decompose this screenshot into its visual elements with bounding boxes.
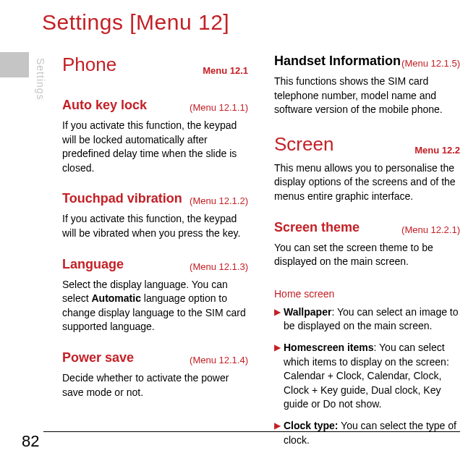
body-text: You can set the screen theme to be displ… bbox=[274, 241, 460, 269]
section-head: Touchpad vibration (Menu 12.1.2) bbox=[62, 191, 248, 206]
section-head: Screen theme (Menu 12.2.1) bbox=[274, 220, 460, 235]
body-text: This functions shows the SIM card teleph… bbox=[274, 75, 460, 117]
bullet-sep: : bbox=[331, 306, 337, 318]
section-head: Power save (Menu 12.1.4) bbox=[62, 350, 248, 365]
body-text: Select the display language. You can sel… bbox=[62, 278, 248, 334]
section-head: Phone Menu 12.1 bbox=[62, 54, 248, 76]
page-title: Settings [Menu 12] bbox=[42, 10, 229, 35]
side-tab: Settings bbox=[35, 54, 46, 104]
bullet-bold: Homescreen items bbox=[284, 342, 374, 353]
section-screen-theme: Screen theme (Menu 12.2.1) You can set t… bbox=[274, 220, 460, 269]
bullet-text: Homescreen items: You can select which i… bbox=[284, 341, 460, 412]
section-handset-information: Handset Information (Menu 12.1.5) This f… bbox=[274, 54, 460, 117]
bullet-text: Wallpaper: You can select an image to be… bbox=[284, 305, 460, 334]
right-column: Handset Information (Menu 12.1.5) This f… bbox=[274, 54, 460, 441]
bullet-bold: Wallpaper bbox=[284, 306, 331, 318]
page-number: 82 bbox=[22, 432, 39, 451]
section-auto-key-lock: Auto key lock (Menu 12.1.1) If you activ… bbox=[62, 98, 248, 175]
section-power-save: Power save (Menu 12.1.4) Decide whether … bbox=[62, 350, 248, 399]
bullet-text: Clock type: You can select the type of c… bbox=[284, 419, 460, 447]
section-screen: Screen Menu 12.2 This menu allows you to… bbox=[274, 133, 460, 204]
list-item: ▶ Homescreen items: You can select which… bbox=[274, 341, 460, 412]
heading-phone: Phone bbox=[62, 54, 116, 76]
section-head: Screen Menu 12.2 bbox=[274, 133, 460, 156]
text-bold: Automatic bbox=[91, 292, 140, 304]
section-head: Language (Menu 12.1.3) bbox=[62, 257, 248, 272]
list-item: ▶ Wallpaper: You can select an image to … bbox=[274, 305, 460, 334]
menu-ref: (Menu 12.1.1) bbox=[190, 102, 248, 113]
bullet-bold: Clock type: bbox=[284, 420, 338, 431]
left-column: Phone Menu 12.1 Auto key lock (Menu 12.1… bbox=[62, 54, 248, 441]
heading-screen-theme: Screen theme bbox=[274, 220, 360, 235]
heading-power-save: Power save bbox=[62, 350, 134, 365]
section-touchpad-vibration: Touchpad vibration (Menu 12.1.2) If you … bbox=[62, 191, 248, 240]
body-text: Decide whether to activate the power sav… bbox=[62, 371, 248, 399]
body-text: This menu allows you to personalise the … bbox=[274, 161, 460, 204]
menu-ref: Menu 12.2 bbox=[415, 145, 460, 156]
section-language: Language (Menu 12.1.3) Select the displa… bbox=[62, 257, 248, 334]
bullet-icon: ▶ bbox=[274, 341, 281, 412]
section-head: Auto key lock (Menu 12.1.1) bbox=[62, 98, 248, 113]
list-item: ▶ Clock type: You can select the type of… bbox=[274, 419, 460, 447]
menu-ref: (Menu 12.1.3) bbox=[190, 261, 248, 272]
menu-ref: (Menu 12.2.1) bbox=[401, 224, 460, 235]
menu-ref: (Menu 12.1.5) bbox=[401, 58, 460, 69]
menu-ref: Menu 12.1 bbox=[203, 65, 248, 76]
bullet-icon: ▶ bbox=[274, 305, 281, 334]
body-text: If you activate this function, the keypa… bbox=[62, 212, 248, 240]
body-text: If you activate this function, the keypa… bbox=[62, 119, 248, 175]
heading-auto-key-lock: Auto key lock bbox=[62, 98, 147, 113]
bullet-icon: ▶ bbox=[274, 419, 281, 447]
section-head: Handset Information (Menu 12.1.5) bbox=[274, 54, 460, 69]
subheading-home-screen: Home screen bbox=[274, 288, 460, 300]
heading-touchpad-vibration: Touchpad vibration bbox=[62, 191, 182, 206]
menu-ref: (Menu 12.1.2) bbox=[190, 195, 248, 206]
bullet-sep: : bbox=[374, 342, 380, 353]
section-phone: Phone Menu 12.1 bbox=[62, 54, 248, 82]
content-columns: Phone Menu 12.1 Auto key lock (Menu 12.1… bbox=[62, 54, 460, 441]
menu-ref: (Menu 12.1.4) bbox=[190, 355, 248, 365]
footer-divider bbox=[43, 431, 460, 432]
heading-screen: Screen bbox=[274, 133, 333, 156]
heading-language: Language bbox=[62, 257, 124, 272]
heading-handset-information: Handset Information bbox=[274, 54, 401, 69]
